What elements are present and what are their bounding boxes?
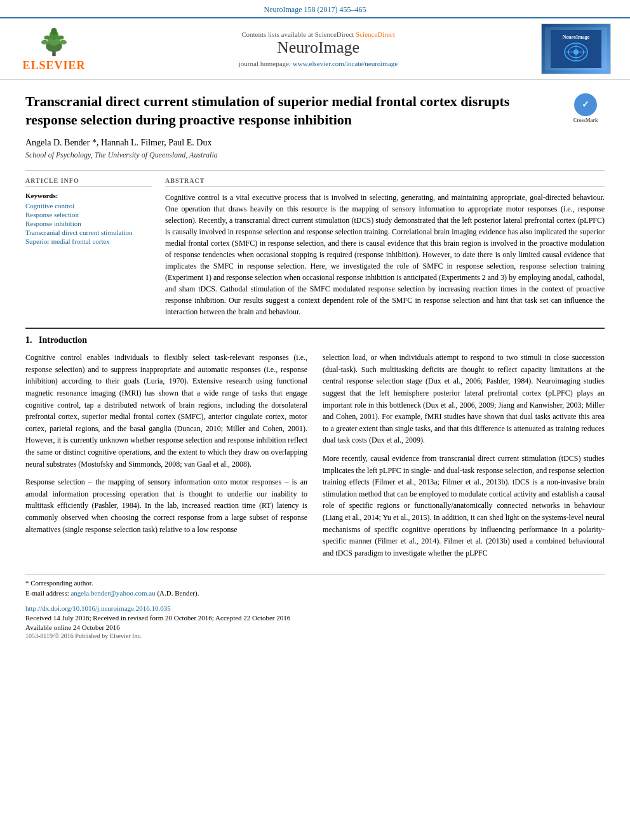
abstract-text: Cognitive control is a vital executive p… [165, 192, 605, 317]
abstract-column: ABSTRACT Cognitive control is a vital ex… [165, 177, 605, 317]
publisher-logo: ELSEVIER [13, 26, 95, 72]
section-divider [25, 328, 605, 329]
keyword-1: Cognitive control [25, 202, 152, 210]
keyword-5: Superior medial frontal cortex [25, 237, 152, 245]
footnote-section: * Corresponding author. E-mail address: … [25, 574, 605, 598]
journal-cover-area: NeuroImage [541, 23, 617, 74]
top-bar: NeuroImage 158 (2017) 455–465 [0, 0, 630, 17]
abstract-header: ABSTRACT [165, 177, 605, 187]
article-container: Transcranial direct current stimulation … [0, 80, 630, 652]
received-dates: Received 14 July 2016; Received in revis… [25, 614, 605, 622]
intro-para-2: Response selection – the mapping of sens… [25, 476, 307, 535]
svg-point-6 [60, 39, 67, 44]
article-info-column: ARTICLE INFO Keywords: Cognitive control… [25, 177, 152, 317]
svg-point-8 [58, 36, 64, 39]
body-two-col: Cognitive control enables individuals to… [25, 352, 605, 565]
journal-homepage-url[interactable]: www.elsevier.com/locate/neuroimage [293, 60, 398, 67]
article-info-abstract: ARTICLE INFO Keywords: Cognitive control… [25, 177, 605, 317]
header-section: ELSEVIER Contents lists available at Sci… [0, 17, 630, 80]
doi-link[interactable]: NeuroImage 158 (2017) 455–465 [264, 5, 366, 14]
journal-cover-image: NeuroImage [541, 23, 611, 74]
keyword-4: Transcranial direct current stimulation [25, 229, 152, 236]
intro-section: 1. Introduction Cognitive control enable… [25, 335, 605, 565]
journal-name: NeuroImage [102, 38, 535, 57]
keyword-2: Response selection [25, 211, 152, 218]
crossmark-badge[interactable]: ✓ CrossMark [566, 93, 605, 124]
body-left-col: Cognitive control enables individuals to… [25, 352, 307, 565]
elsevier-logo-container: ELSEVIER [13, 26, 95, 72]
crossmark-label: CrossMark [573, 117, 598, 124]
body-right-col: selection load, or when individuals atte… [323, 352, 605, 565]
author-email[interactable]: angela.bender@yahoo.com.au [70, 589, 155, 597]
article-info-header: ARTICLE INFO [25, 177, 152, 187]
intro-para-1: Cognitive control enables individuals to… [25, 352, 307, 470]
homepage-link: journal homepage: www.elsevier.com/locat… [102, 60, 535, 67]
crossmark-icon: ✓ [574, 93, 597, 116]
elsevier-tree-icon [35, 26, 73, 58]
elsevier-label: ELSEVIER [22, 59, 85, 72]
svg-point-4 [51, 27, 57, 34]
cover-inner: NeuroImage [545, 27, 607, 70]
doi-url[interactable]: http://dx.doi.org/10.1016/j.neuroimage.2… [25, 604, 171, 612]
keywords-label: Keywords: [25, 192, 152, 199]
issn: 1053-8119/© 2016 Published by Elsevier I… [25, 632, 605, 639]
header-center: Contents lists available at ScienceDirec… [102, 30, 535, 67]
title-divider [25, 170, 605, 171]
intro-para-4: More recently, causal evidence from tran… [323, 453, 605, 559]
sciencedirect-link[interactable]: ScienceDirect [356, 30, 395, 38]
svg-point-7 [44, 36, 50, 39]
intro-para-3: selection load, or when individuals atte… [323, 352, 605, 446]
intro-title: 1. Introduction [25, 335, 605, 345]
doi-section: http://dx.doi.org/10.1016/j.neuroimage.2… [25, 604, 605, 639]
svg-point-5 [41, 39, 48, 44]
available-online: Available online 24 October 2016 [25, 623, 605, 631]
article-title: Transcranial direct current stimulation … [25, 93, 605, 129]
affiliation: School of Psychology, The University of … [25, 150, 605, 160]
corresponding-footnote: * Corresponding author. [25, 578, 605, 588]
keyword-3: Response inhibition [25, 220, 152, 227]
svg-text:NeuroImage: NeuroImage [563, 34, 590, 40]
email-footnote: E-mail address: angela.bender@yahoo.com.… [25, 589, 605, 598]
sciencedirect-label: Contents lists available at ScienceDirec… [102, 30, 535, 38]
authors: Angela D. Bender *, Hannah L. Filmer, Pa… [25, 138, 605, 148]
cover-graphic: NeuroImage [551, 30, 601, 68]
